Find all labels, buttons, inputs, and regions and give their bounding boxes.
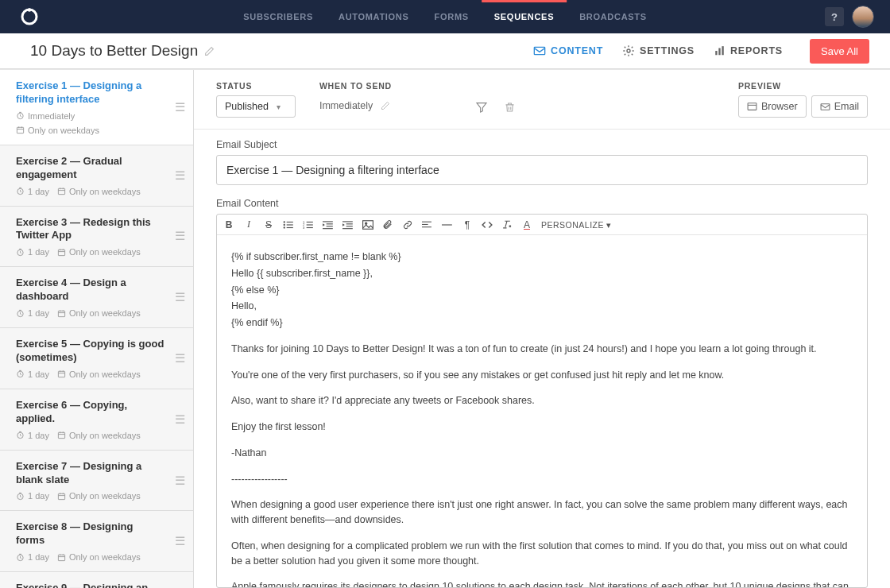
preview-label: PREVIEW (738, 81, 868, 91)
content-label: Email Content (216, 198, 868, 209)
tab-reports[interactable]: REPORTS (714, 45, 783, 56)
svg-rect-22 (58, 555, 64, 560)
envelope-icon (820, 103, 830, 111)
svg-rect-6 (722, 46, 723, 55)
italic-button[interactable]: I (243, 219, 254, 230)
strike-button[interactable]: S (263, 219, 274, 230)
svg-rect-12 (58, 250, 64, 255)
image-button[interactable] (362, 220, 373, 230)
nav-broadcasts[interactable]: BROADCASTS (567, 0, 660, 33)
svg-point-27 (284, 221, 285, 222)
svg-rect-43 (342, 221, 353, 222)
bars-icon (714, 45, 726, 56)
browser-icon (747, 102, 757, 111)
svg-rect-14 (58, 311, 64, 316)
svg-rect-28 (287, 221, 293, 222)
nav-sequences[interactable]: SEQUENCES (482, 0, 567, 33)
when-label: WHEN TO SEND (319, 81, 392, 91)
save-all-button[interactable]: Save All (810, 39, 869, 64)
page-title: 10 Days to Better Design (30, 42, 215, 60)
drag-handle-icon[interactable]: ☰ (175, 290, 185, 304)
nav-forms[interactable]: FORMS (422, 0, 482, 33)
subject-input[interactable] (216, 155, 868, 185)
sidebar-item-title: Exercise 8 — Designing forms (16, 520, 164, 547)
bullet-list-button[interactable] (283, 220, 294, 230)
preview-browser-button[interactable]: Browser (738, 95, 807, 118)
sidebar-item-title: Exercise 2 — Gradual engagement (16, 155, 164, 182)
drag-handle-icon[interactable]: ☰ (175, 412, 185, 427)
svg-rect-18 (58, 432, 64, 438)
paragraph-button[interactable]: ¶ (462, 219, 473, 230)
edit-when-icon[interactable] (381, 101, 390, 110)
help-button[interactable]: ? (825, 7, 844, 26)
svg-rect-30 (287, 224, 293, 225)
email-list-sidebar: Exercise 1 — Designing a filtering inter… (0, 70, 194, 588)
editor-body[interactable]: {% if subscriber.first_name != blank %}H… (217, 235, 867, 587)
svg-rect-51 (422, 226, 431, 227)
nav-subscribers[interactable]: SUBSCRIBERS (230, 0, 326, 33)
sidebar-item-title: Exercise 5 — Copying is good (sometimes) (16, 338, 164, 365)
tab-settings[interactable]: SETTINGS (622, 44, 695, 57)
drag-handle-icon[interactable]: ☰ (175, 168, 185, 183)
sidebar-item-3[interactable]: Exercise 4 — Design a dashboard 1 dayOnl… (0, 267, 193, 328)
svg-point-31 (284, 226, 285, 228)
sidebar-item-1[interactable]: Exercise 2 — Gradual engagement 1 dayOnl… (0, 145, 193, 207)
svg-rect-33 (307, 221, 313, 222)
drag-handle-icon[interactable]: ☰ (175, 474, 185, 488)
svg-rect-26 (821, 103, 830, 110)
svg-rect-34 (307, 224, 313, 225)
status-label: STATUS (216, 81, 296, 91)
sidebar-item-5[interactable]: Exercise 6 — Copying, applied. 1 dayOnly… (0, 389, 193, 451)
outdent-button[interactable] (323, 220, 334, 230)
sidebar-item-7[interactable]: Exercise 8 — Designing forms 1 dayOnly o… (0, 511, 193, 572)
sidebar-item-8[interactable]: Exercise 9 — Designing an ebook cover 1 … (0, 572, 193, 588)
svg-rect-20 (58, 493, 64, 499)
svg-rect-25 (748, 103, 756, 110)
sidebar-item-title: Exercise 9 — Designing an ebook cover (16, 582, 164, 588)
content-panel: STATUS Published WHEN TO SEND Immediatel… (194, 70, 890, 588)
sidebar-item-title: Exercise 3 — Redesign this Twitter App (16, 216, 164, 243)
bold-button[interactable]: B (223, 219, 234, 230)
attach-button[interactable] (382, 219, 393, 230)
status-dropdown[interactable]: Published (216, 95, 296, 118)
drag-handle-icon[interactable]: ☰ (175, 351, 185, 366)
tab-content[interactable]: CONTENT (533, 45, 603, 56)
text-color-button[interactable]: A (521, 219, 532, 230)
sidebar-item-title: Exercise 7 — Designing a blank slate (16, 460, 164, 487)
number-list-button[interactable]: 123 (303, 220, 314, 230)
gear-icon (622, 44, 635, 57)
indent-button[interactable] (342, 220, 354, 230)
filter-icon[interactable] (471, 97, 492, 118)
svg-rect-2 (534, 47, 544, 54)
personalize-dropdown[interactable]: PERSONALIZE▾ (541, 220, 612, 230)
align-button[interactable] (422, 220, 433, 230)
subject-label: Email Subject (216, 139, 868, 150)
sidebar-item-4[interactable]: Exercise 5 — Copying is good (sometimes)… (0, 328, 193, 389)
svg-rect-50 (422, 223, 428, 224)
drag-handle-icon[interactable]: ☰ (175, 229, 185, 243)
avatar[interactable] (852, 6, 874, 28)
svg-rect-40 (327, 223, 333, 224)
link-button[interactable] (402, 220, 413, 230)
sidebar-item-0[interactable]: Exercise 1 — Designing a filtering inter… (0, 70, 193, 145)
svg-rect-46 (342, 228, 353, 229)
svg-rect-45 (346, 226, 353, 226)
clear-format-button[interactable] (501, 219, 513, 230)
hr-button[interactable] (442, 220, 453, 230)
svg-rect-52 (442, 224, 452, 225)
svg-rect-41 (327, 226, 333, 226)
sidebar-item-title: Exercise 1 — Designing a filtering inter… (16, 79, 164, 106)
trash-icon[interactable] (500, 97, 520, 118)
drag-handle-icon[interactable]: ☰ (175, 100, 185, 114)
svg-rect-42 (323, 228, 333, 229)
logo[interactable] (19, 6, 40, 27)
edit-title-icon[interactable] (204, 46, 215, 56)
code-button[interactable] (482, 220, 493, 230)
preview-email-button[interactable]: Email (811, 95, 868, 118)
nav-automations[interactable]: AUTOMATIONS (326, 0, 422, 33)
drag-handle-icon[interactable]: ☰ (175, 534, 185, 548)
sidebar-item-6[interactable]: Exercise 7 — Designing a blank slate 1 d… (0, 451, 193, 512)
svg-rect-39 (323, 221, 333, 222)
sidebar-item-2[interactable]: Exercise 3 — Redesign this Twitter App 1… (0, 207, 193, 268)
svg-rect-16 (58, 372, 64, 377)
